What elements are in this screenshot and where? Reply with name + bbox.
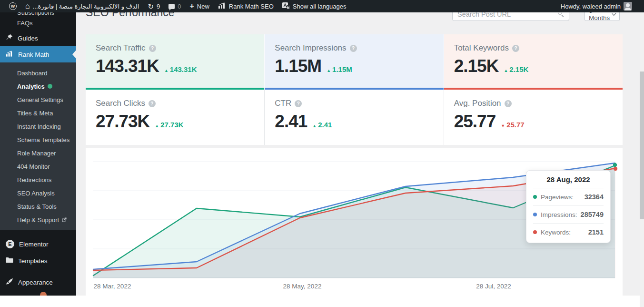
new-content-menu[interactable]: + New — [185, 0, 213, 12]
sidebar-item-faqs[interactable]: FAQs — [0, 18, 76, 28]
pageviews-dot-icon — [533, 195, 537, 199]
show-all-languages-menu[interactable]: Show all languages — [278, 0, 351, 12]
sidebar-item-schema-templates[interactable]: Schema Templates — [0, 133, 76, 146]
stats-row-bottom: Search Clicks ? 27.73K ▲27.73K CTR ? 2.4… — [86, 90, 623, 145]
sidebar-item-label: Elementor — [19, 241, 49, 248]
sidebar-item-general-settings[interactable]: General Settings — [0, 93, 76, 106]
stat-delta: ▲1.15M — [327, 65, 352, 73]
scrollbar-thumb[interactable] — [640, 72, 644, 219]
sidebar-item-label: Redirections — [17, 176, 51, 184]
performance-chart-card: 28 Mar, 2022 28 May, 2022 28 Jul, 2022 2… — [86, 148, 623, 296]
wordpress-logo-icon: W — [9, 2, 17, 10]
stat-delta-value: 143.31K — [170, 65, 197, 73]
languages-label: Show all languages — [293, 3, 347, 10]
updates-icon: ↻ — [148, 3, 154, 10]
plus-icon: + — [189, 2, 194, 10]
sidebar-item-help-support[interactable]: Help & Support — [0, 213, 76, 226]
sidebar-item-titles-meta[interactable]: Titles & Meta — [0, 106, 76, 120]
comments-count: 0 — [178, 3, 181, 10]
sidebar-item-label: Schema Templates — [17, 136, 69, 143]
stat-value: 27.73K — [96, 112, 149, 132]
stat-card-avg-position[interactable]: Avg. Position ? 25.77 ▼25.77 — [444, 90, 623, 145]
rank-math-seo-label: Rank Math SEO — [229, 3, 274, 10]
plugin-icon — [6, 295, 12, 296]
tooltip-row-impressions: Impressions: 285749 — [533, 206, 604, 224]
scrollbar-track[interactable] — [640, 12, 644, 307]
stat-delta: ▲27.73K — [155, 121, 183, 129]
sidebar-item-status-tools[interactable]: Status & Tools — [0, 200, 76, 213]
home-icon: ⌂ — [25, 2, 30, 10]
comments-icon — [168, 4, 175, 9]
sidebar-item-rank-math[interactable]: Rank Math — [0, 46, 76, 62]
stat-value: 2.15K — [454, 57, 499, 76]
sidebar-item-appearance[interactable]: Appearance — [0, 274, 76, 290]
tooltip-date: 28 Aug, 2022 — [533, 175, 604, 188]
sidebar-item-plugins-partial[interactable] — [0, 290, 76, 296]
help-icon[interactable]: ? — [295, 100, 302, 107]
sidebar-item-label: General Settings — [17, 96, 63, 103]
stat-delta-value: 2.15K — [509, 65, 528, 73]
sidebar-item-instant-indexing[interactable]: Instant Indexing — [0, 120, 76, 133]
tooltip-label: Pageviews: — [541, 194, 574, 201]
impressions-dot-icon — [533, 213, 537, 216]
x-axis-tick: 28 Mar, 2022 — [94, 283, 131, 290]
stat-value: 1.15M — [275, 57, 321, 76]
stat-card-total-keywords[interactable]: Total Keywords ? 2.15K ▲2.15K — [444, 34, 623, 90]
site-title-link[interactable]: ⌂ ...الدف و الالكترونية التجارة منصة | ف… — [21, 0, 143, 12]
stat-delta: ▼25.77 — [501, 121, 524, 129]
tooltip-label: Impressions: — [541, 211, 577, 218]
admin-bar: W ⌂ ...الدف و الالكترونية التجارة منصة |… — [0, 0, 644, 12]
stat-delta: ▲143.31K — [164, 65, 197, 73]
tooltip-value: 32364 — [585, 193, 604, 201]
comments-link[interactable]: 0 — [164, 0, 185, 12]
help-icon[interactable]: ? — [149, 45, 156, 52]
active-menu-arrow-icon — [72, 50, 76, 59]
stat-card-ctr[interactable]: CTR ? 2.41 ▲2.41 — [265, 90, 443, 145]
admin-sidebar: Subscriptions FAQs Guides Rank Math Dash… — [0, 0, 76, 296]
stat-label: CTR — [275, 99, 291, 108]
wordpress-logo-menu[interactable]: W — [5, 0, 21, 12]
stat-card-search-traffic[interactable]: Search Traffic ? 143.31K ▲143.31K — [86, 34, 264, 90]
paintbrush-icon — [6, 278, 13, 287]
translate-icon — [282, 2, 290, 10]
sidebar-item-seo-analysis[interactable]: SEO Analysis — [0, 186, 76, 200]
sidebar-item-elementor[interactable]: E Elementor — [0, 236, 76, 252]
sidebar-item-label: Titles & Meta — [17, 110, 53, 117]
sidebar-item-404-monitor[interactable]: 404 Monitor — [0, 160, 76, 173]
sidebar-item-redirections[interactable]: Redirections — [0, 173, 76, 186]
sidebar-item-label: Rank Math — [18, 51, 49, 58]
sidebar-item-dashboard[interactable]: Dashboard — [0, 66, 76, 80]
stat-value: 25.77 — [454, 112, 496, 132]
rank-math-seo-menu[interactable]: Rank Math SEO — [214, 0, 278, 12]
elementor-icon: E — [6, 240, 14, 248]
account-menu[interactable]: Howdy, waleed admin — [556, 0, 636, 12]
stat-label: Search Impressions — [275, 43, 346, 53]
stat-delta-value: 25.77 — [506, 121, 525, 129]
sidebar-item-label: Help & Support — [17, 216, 59, 224]
sidebar-item-analytics[interactable]: Analytics — [0, 80, 76, 93]
sidebar-item-templates[interactable]: Templates — [0, 253, 76, 269]
updates-link[interactable]: ↻ 9 — [143, 0, 164, 12]
help-icon[interactable]: ? — [512, 45, 519, 52]
help-icon[interactable]: ? — [149, 100, 156, 107]
stat-card-search-clicks[interactable]: Search Clicks ? 27.73K ▲27.73K — [86, 90, 264, 145]
sidebar-item-label: Guides — [18, 35, 38, 42]
main-content: SEO Performance 6 Months Search Traffic … — [76, 0, 640, 296]
stat-label: Search Clicks — [96, 99, 145, 108]
help-icon[interactable]: ? — [505, 100, 512, 107]
sidebar-item-guides[interactable]: Guides — [0, 30, 76, 46]
howdy-text: Howdy, waleed admin — [561, 3, 621, 10]
help-icon[interactable]: ? — [350, 45, 357, 52]
sidebar-item-role-manager[interactable]: Role Manager — [0, 146, 76, 160]
sidebar-item-label: Role Manager — [17, 150, 56, 157]
tooltip-row-pageviews: Pageviews: 32364 — [533, 188, 604, 206]
new-label: New — [197, 3, 209, 10]
rank-math-icon — [218, 2, 226, 10]
sidebar-item-label: Analytics — [17, 83, 45, 90]
sidebar-item-label: Templates — [18, 257, 48, 265]
sidebar-item-label: SEO Analysis — [17, 190, 55, 197]
stats-row-top: Search Traffic ? 143.31K ▲143.31K Search… — [86, 34, 623, 90]
stat-card-search-impressions[interactable]: Search Impressions ? 1.15M ▲1.15M — [265, 34, 443, 90]
rank-math-icon — [6, 51, 13, 58]
pushpin-icon — [6, 34, 13, 42]
